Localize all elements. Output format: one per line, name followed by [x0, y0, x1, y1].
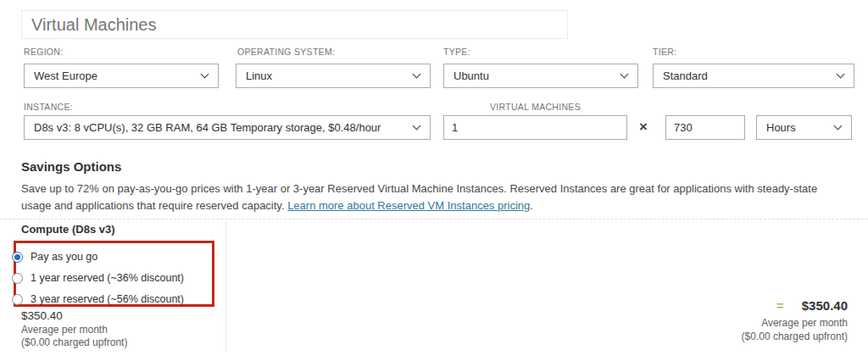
reserved-pricing-link[interactable]: Learn more about Reserved VM Instances p… — [287, 199, 530, 212]
total-price: $350.40 — [802, 298, 848, 313]
radio-label: Pay as you go — [31, 251, 97, 263]
total-price-note: ($0.00 charged upfront) — [742, 330, 848, 342]
service-title-box: Virtual Machines — [21, 10, 568, 39]
vertical-divider — [225, 222, 226, 351]
type-select-value: Ubuntu — [453, 69, 489, 82]
radio-label: 3 year reserved (~56% discount) — [31, 293, 184, 305]
vm-count-label: VIRTUAL MACHINES — [443, 102, 627, 112]
compute-price-caption: Average per month — [21, 324, 108, 336]
instance-label: INSTANCE: — [24, 102, 73, 112]
compute-price-note: ($0.00 charged upfront) — [21, 336, 127, 348]
chevron-down-icon — [834, 122, 843, 131]
type-label: TYPE: — [443, 47, 470, 57]
instance-select[interactable]: D8s v3: 8 vCPU(s), 32 GB RAM, 64 GB Temp… — [24, 115, 431, 140]
savings-options-heading: Savings Options — [21, 159, 121, 174]
multiply-icon: × — [639, 119, 648, 136]
chevron-down-icon — [413, 122, 421, 131]
hours-unit-value: Hours — [766, 121, 796, 134]
radio-unselected-icon[interactable] — [12, 294, 23, 305]
os-select-value: Linux — [246, 69, 272, 82]
total-price-caption: Average per month — [742, 317, 848, 329]
region-label: REGION: — [24, 47, 63, 57]
page-title: Virtual Machines — [31, 15, 156, 35]
section-separator — [0, 219, 868, 219]
radio-label: 1 year reserved (~36% discount) — [31, 272, 184, 284]
hours-input[interactable] — [665, 115, 745, 140]
chevron-down-icon — [201, 70, 209, 79]
chevron-down-icon — [413, 70, 421, 79]
total-summary: = $350.40 Average per month ($0.00 charg… — [742, 298, 848, 342]
savings-description-period: . — [530, 199, 533, 212]
radio-1-year-reserved[interactable]: 1 year reserved (~36% discount) — [12, 271, 184, 285]
compute-price: $350.40 — [21, 309, 63, 322]
hours-unit-select[interactable]: Hours — [756, 115, 852, 140]
instance-select-value: D8s v3: 8 vCPU(s), 32 GB RAM, 64 GB Temp… — [34, 121, 381, 134]
vm-count-input[interactable] — [443, 115, 627, 140]
os-label: OPERATING SYSTEM: — [237, 47, 335, 57]
compute-heading: Compute (D8s v3) — [21, 223, 115, 236]
type-select[interactable]: Ubuntu — [443, 64, 638, 88]
region-select[interactable]: West Europe — [24, 64, 219, 88]
savings-description: Save up to 72% on pay-as-you-go prices w… — [21, 180, 837, 214]
radio-selected-icon[interactable] — [12, 252, 23, 263]
os-select[interactable]: Linux — [236, 64, 431, 88]
tier-select[interactable]: Standard — [653, 64, 854, 88]
tier-select-value: Standard — [663, 69, 708, 82]
radio-unselected-icon[interactable] — [12, 273, 23, 284]
chevron-down-icon — [837, 70, 845, 79]
equals-icon: = — [776, 298, 783, 313]
region-select-value: West Europe — [34, 69, 97, 82]
radio-pay-as-you-go[interactable]: Pay as you go — [12, 250, 97, 264]
chevron-down-icon — [620, 70, 629, 79]
vm-pricing-calculator: Virtual Machines REGION: OPERATING SYSTE… — [0, 0, 868, 361]
radio-3-year-reserved[interactable]: 3 year reserved (~56% discount) — [12, 292, 184, 306]
tier-label: TIER: — [653, 47, 676, 57]
